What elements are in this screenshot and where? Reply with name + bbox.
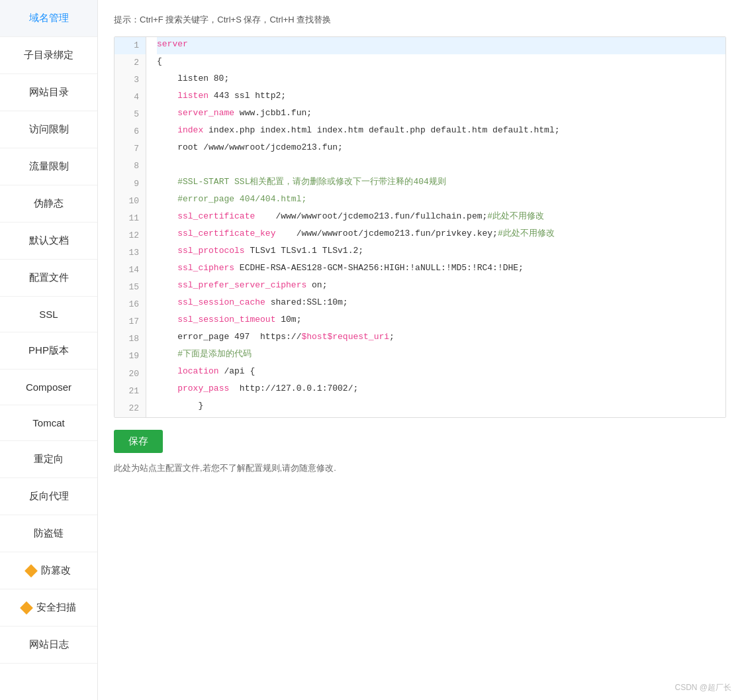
diamond-icon: [20, 601, 33, 615]
line-num-3: 3: [115, 72, 146, 89]
sidebar-item-web-log[interactable]: 网站日志: [0, 626, 97, 664]
line-num-8: 8: [115, 158, 146, 175]
sidebar-item-label: PHP版本: [28, 344, 69, 357]
line-num-18: 18: [115, 330, 146, 348]
sidebar-item-label: SSL: [39, 309, 58, 320]
save-button[interactable]: 保存: [114, 430, 163, 453]
code-line-19: #下面是添加的代码: [157, 347, 725, 364]
line-num-21: 21: [115, 383, 146, 400]
line-num-22: 22: [115, 400, 146, 417]
sidebar-item-label: 配置文件: [29, 272, 69, 284]
sidebar-item-subdir[interactable]: 子目录绑定: [0, 37, 97, 74]
sidebar-item-label: 安全扫描: [36, 601, 76, 614]
line-num-6: 6: [115, 123, 146, 140]
code-line-18: error_page 497 https://$host$request_uri…: [157, 330, 725, 347]
code-line-11: ssl_certificate /www/wwwroot/jcdemo213.f…: [157, 209, 725, 226]
sidebar-item-label: 流量限制: [29, 160, 69, 173]
hint-bar: 提示：Ctrl+F 搜索关键字，Ctrl+S 保存，Ctrl+H 查找替换: [114, 13, 726, 27]
line-num-5: 5: [115, 106, 146, 123]
sidebar: 域名管理 子目录绑定 网站目录 访问限制 流量限制 伪静态 默认文档 配置文件 …: [0, 0, 98, 700]
sidebar-item-tomcat[interactable]: Tomcat: [0, 405, 97, 441]
sidebar-item-php-version[interactable]: PHP版本: [0, 332, 97, 370]
sidebar-item-security-scan[interactable]: 安全扫描: [0, 589, 97, 626]
line-num-2: 2: [115, 54, 146, 72]
line-num-17: 17: [115, 313, 146, 330]
sidebar-item-label: 域名管理: [29, 12, 69, 25]
sidebar-item-reverse-proxy[interactable]: 反向代理: [0, 478, 97, 515]
line-num-12: 12: [115, 227, 146, 244]
sidebar-item-label: 重定向: [34, 453, 64, 466]
sidebar-item-label: Composer: [26, 381, 71, 393]
sidebar-item-label: 防盗链: [34, 527, 64, 540]
code-line-10: #error_page 404/404.html;: [157, 192, 725, 209]
code-editor[interactable]: 1 2 3 4 5 6 7 8 9 10 11 12 13 14 15 16 1…: [114, 36, 726, 418]
line-num-11: 11: [115, 210, 146, 227]
code-line-22: }: [157, 399, 725, 416]
hint-text: 提示：Ctrl+F 搜索关键字，Ctrl+S 保存，Ctrl+H 查找替换: [114, 15, 331, 25]
line-num-10: 10: [115, 193, 146, 210]
watermark: CSDN @超厂长: [674, 682, 731, 693]
code-line-17: ssl_session_timeout 10m;: [157, 313, 725, 330]
line-num-13: 13: [115, 244, 146, 262]
sidebar-item-access[interactable]: 访问限制: [0, 111, 97, 148]
line-numbers: 1 2 3 4 5 6 7 8 9 10 11 12 13 14 15 16 1…: [115, 37, 146, 417]
line-num-20: 20: [115, 366, 146, 383]
code-line-9: #SSL-START SSL相关配置，请勿删除或修改下一行带注释的404规则: [157, 175, 725, 192]
sidebar-item-label: 伪静态: [34, 197, 64, 210]
notice-text: 此处为站点主配置文件,若您不了解配置规则,请勿随意修改.: [114, 462, 726, 474]
sidebar-item-label: 网站目录: [29, 86, 69, 99]
line-num-1: 1: [115, 37, 146, 54]
sidebar-item-label: 防篡改: [41, 564, 71, 577]
code-line-20: location /api {: [157, 364, 725, 381]
main-content: 提示：Ctrl+F 搜索关键字，Ctrl+S 保存，Ctrl+H 查找替换 1 …: [98, 0, 742, 700]
code-line-16: ssl_session_cache shared:SSL:10m;: [157, 295, 725, 313]
line-num-15: 15: [115, 279, 146, 296]
sidebar-item-label: 访问限制: [29, 123, 69, 136]
sidebar-item-traffic[interactable]: 流量限制: [0, 148, 97, 185]
line-num-19: 19: [115, 348, 146, 365]
code-line-7: root /www/wwwroot/jcdemo213.fun;: [157, 140, 725, 158]
code-line-5: server_name www.jcbb1.fun;: [157, 106, 725, 123]
line-num-14: 14: [115, 262, 146, 279]
code-line-15: ssl_prefer_server_ciphers on;: [157, 278, 725, 295]
code-line-14: ssl_ciphers ECDHE-RSA-AES128-GCM-SHA256:…: [157, 261, 725, 278]
code-content-area[interactable]: server { listen 80; listen 443 ssl http2…: [146, 37, 725, 417]
line-num-4: 4: [115, 89, 146, 106]
sidebar-item-ssl[interactable]: SSL: [0, 297, 97, 332]
sidebar-item-tamper[interactable]: 防篡改: [0, 552, 97, 589]
sidebar-item-default-doc[interactable]: 默认文档: [0, 223, 97, 260]
sidebar-item-config-file[interactable]: 配置文件: [0, 260, 97, 297]
code-line-6: index index.php index.html index.htm def…: [157, 123, 725, 140]
sidebar-item-redirect[interactable]: 重定向: [0, 441, 97, 478]
diamond-icon: [24, 564, 38, 577]
sidebar-item-domain[interactable]: 域名管理: [0, 0, 97, 37]
code-line-13: ssl_protocols TLSv1 TLSv1.1 TLSv1.2;: [157, 244, 725, 261]
code-line-12: ssl_certificate_key /www/wwwroot/jcdemo2…: [157, 226, 725, 244]
code-line-21: proxy_pass http://127.0.0.1:7002/;: [157, 381, 725, 399]
code-line-1: server: [157, 37, 725, 54]
sidebar-item-label: 网站日志: [29, 638, 69, 651]
code-line-4: listen 443 ssl http2;: [157, 89, 725, 106]
line-num-7: 7: [115, 140, 146, 158]
code-line-3: listen 80;: [157, 72, 725, 89]
sidebar-item-label: 默认文档: [29, 234, 69, 247]
sidebar-item-hotlink[interactable]: 防盗链: [0, 515, 97, 552]
sidebar-item-pseudo[interactable]: 伪静态: [0, 185, 97, 223]
sidebar-item-label: 反向代理: [29, 490, 69, 503]
sidebar-item-label: Tomcat: [32, 417, 64, 428]
line-num-16: 16: [115, 296, 146, 313]
code-line-2: {: [157, 54, 725, 72]
sidebar-item-label: 子目录绑定: [24, 49, 73, 62]
line-num-9: 9: [115, 175, 146, 193]
sidebar-item-webroot[interactable]: 网站目录: [0, 74, 97, 111]
code-line-8: [157, 158, 725, 175]
sidebar-item-composer[interactable]: Composer: [0, 370, 97, 405]
